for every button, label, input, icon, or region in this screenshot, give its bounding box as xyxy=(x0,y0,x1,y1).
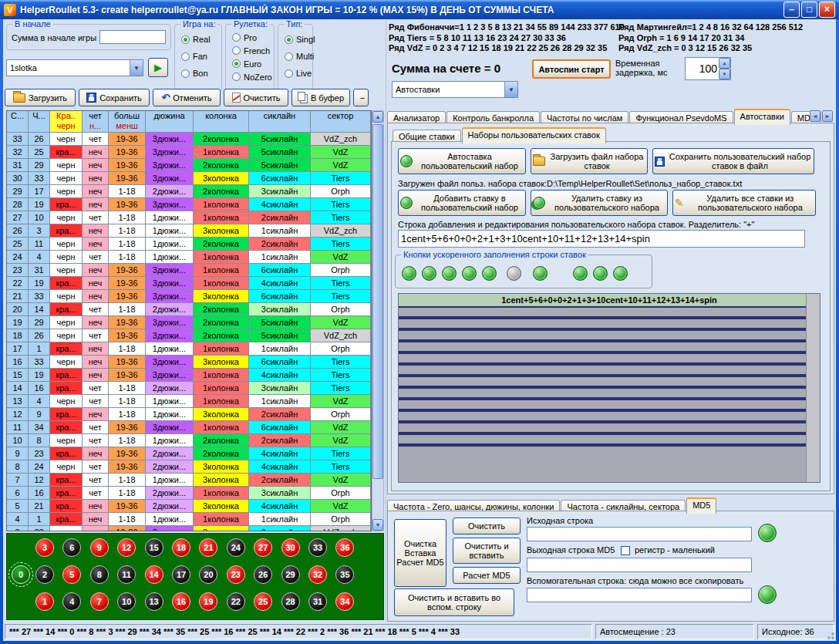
roulette-number-8[interactable]: 8 xyxy=(90,565,109,584)
start-sum-input[interactable] xyxy=(99,30,166,44)
undo-button[interactable]: ↶Отменить xyxy=(153,89,221,106)
radio-icon[interactable] xyxy=(285,69,293,78)
radio-icon[interactable] xyxy=(232,33,241,42)
radio-option-bon[interactable]: Bon xyxy=(175,65,221,82)
roulette-number-6[interactable]: 6 xyxy=(62,538,81,557)
spin-up-icon[interactable]: ▲ xyxy=(719,58,730,69)
roulette-number-2[interactable]: 2 xyxy=(35,565,54,584)
roulette-number-21[interactable]: 21 xyxy=(199,538,217,557)
history-row[interactable]: 3326чернчет19-363дюжи...2колонка5сиклайн… xyxy=(7,133,371,146)
history-row[interactable]: 2014кра...чет1-182дюжи...2колонка3сиклай… xyxy=(7,303,371,316)
radio-option-live[interactable]: Live xyxy=(278,65,312,82)
roulette-number-23[interactable]: 23 xyxy=(227,565,245,584)
header-cell[interactable]: сектор xyxy=(311,111,371,133)
roulette-number-27[interactable]: 27 xyxy=(254,538,272,557)
button-добавить-ставку[interactable]: Добавить ставку в пользовательский набор xyxy=(398,190,526,216)
history-row[interactable]: 2331черннеч19-363дюжи...1колонка6сиклайн… xyxy=(7,264,371,277)
radio-icon[interactable] xyxy=(232,59,241,68)
radio-option-nozero[interactable]: NoZero xyxy=(226,70,274,83)
radio-icon[interactable] xyxy=(232,46,241,55)
history-row[interactable]: 1826чернчет19-363дюжи...2колонка5сиклайн… xyxy=(7,329,371,342)
bets-list-scroll-strip[interactable] xyxy=(806,294,820,482)
history-row[interactable]: 712кра...чет1-181дюжи...3колонка2сиклайн… xyxy=(7,474,371,487)
chevron-down-icon[interactable]: ▼ xyxy=(504,82,517,97)
roulette-number-28[interactable]: 28 xyxy=(281,592,300,611)
autospin-start-button[interactable]: Автоспин старт xyxy=(532,59,611,79)
history-row[interactable]: 616кра...чет1-182дюжи...1колонка3сиклайн… xyxy=(7,487,371,500)
bets-list-row[interactable] xyxy=(399,435,820,447)
tab-scroll-right-icon[interactable]: ► xyxy=(822,110,833,122)
tab-автоставки[interactable]: Автоставки xyxy=(734,109,790,125)
history-row[interactable]: 2133черннеч19-363дюжи...3колонка6сиклайн… xyxy=(7,290,371,303)
roulette-number-1[interactable]: 1 xyxy=(35,592,54,611)
bets-list-header[interactable]: 1cent+5+6+0+0+2+1+3+10cent+10+11+12+13+1… xyxy=(399,294,820,308)
roulette-number-32[interactable]: 32 xyxy=(308,565,327,584)
radio-icon[interactable] xyxy=(285,35,293,44)
roulette-number-18[interactable]: 18 xyxy=(172,538,190,557)
history-row[interactable]: 41кра...неч1-181дюжи...1колонка1сиклайнO… xyxy=(7,513,371,526)
coin-button[interactable] xyxy=(573,266,588,281)
history-row[interactable]: 521кра...неч19-362дюжи...3колонка4сиклай… xyxy=(7,500,371,513)
roulette-number-35[interactable]: 35 xyxy=(335,565,354,584)
roulette-number-30[interactable]: 30 xyxy=(281,538,300,557)
history-row[interactable]: 333черннеч19-363дюжи...3колонка6сиклайнV… xyxy=(7,526,371,531)
autobets-combo[interactable]: Автоставки ▼ xyxy=(392,81,518,98)
radio-option-fan[interactable]: Fan xyxy=(175,48,221,65)
coin-button[interactable] xyxy=(613,266,628,281)
button-автоставка-пользовательский[interactable]: Автоставка пользовательский набор xyxy=(398,148,526,174)
roulette-number-4[interactable]: 4 xyxy=(62,592,81,611)
restore-button[interactable]: □ xyxy=(801,2,817,18)
radio-option-euro[interactable]: Euro xyxy=(226,57,274,70)
md5-clear-and-paste-button[interactable]: Очистить и вставить xyxy=(453,538,521,564)
history-row[interactable]: 134чернчет1-181дюжи...1колонка1сиклайнVd… xyxy=(7,395,371,408)
roulette-number-22[interactable]: 22 xyxy=(227,592,245,611)
radio-icon[interactable] xyxy=(181,35,190,44)
roulette-number-13[interactable]: 13 xyxy=(145,592,163,611)
clear-paste-aux-button[interactable]: Очистить и вставить во вспом. строку xyxy=(394,588,514,616)
roulette-number-29[interactable]: 29 xyxy=(281,565,300,584)
scrollbar-thumb[interactable] xyxy=(372,124,383,479)
scroll-down-icon[interactable]: ▼ xyxy=(372,519,383,531)
coin-button[interactable] xyxy=(422,266,436,281)
roulette-number-5[interactable]: 5 xyxy=(62,565,81,584)
header-cell[interactable]: сиклайн xyxy=(249,111,311,133)
button-удалить-ставку[interactable]: Удалить ставку из пользовательского набо… xyxy=(531,190,668,216)
button-загрузить-файл[interactable]: Загрузить файл набора ставок xyxy=(531,148,648,174)
md5-aux-input[interactable] xyxy=(527,588,752,602)
history-row[interactable]: 923кра...неч19-362дюжи...2колонка4сиклай… xyxy=(7,447,371,460)
bets-list-row[interactable] xyxy=(399,423,820,435)
clear-button[interactable]: Очистить xyxy=(224,89,288,106)
roulette-number-12[interactable]: 12 xyxy=(117,538,136,557)
coin-button[interactable] xyxy=(593,266,608,281)
md5-clear-paste-calc-button[interactable]: Очистка Вставка Расчет MD5 xyxy=(394,519,446,587)
radio-option-real[interactable]: Real xyxy=(175,31,221,48)
history-row[interactable]: 263кра...неч1-181дюжи...3колонка1сиклайн… xyxy=(7,224,371,238)
history-row[interactable]: 2710чернчет1-181дюжи...1колонка2сиклайнT… xyxy=(7,211,371,224)
button-сохранить-пользовательский[interactable]: Сохранить пользовательский набор ставок … xyxy=(652,148,814,174)
coin-button[interactable] xyxy=(462,266,477,281)
history-row[interactable]: 1416кра...чет1-182дюжи...1колонка3сиклай… xyxy=(7,382,371,395)
save-button[interactable]: Сохранить xyxy=(79,89,150,106)
header-cell[interactable]: дюжина xyxy=(146,111,194,133)
roulette-number-24[interactable]: 24 xyxy=(227,538,245,557)
radio-option-singl[interactable]: Singl xyxy=(278,31,312,48)
bets-list-row[interactable] xyxy=(399,389,820,400)
history-table[interactable]: С...Ч...Кра..чернчетн...большменшдюжинак… xyxy=(6,110,372,531)
roulette-number-34[interactable]: 34 xyxy=(335,592,354,611)
md5-source-action-button[interactable] xyxy=(758,524,777,542)
tab-md5[interactable]: MD5 xyxy=(686,497,716,514)
roulette-number-17[interactable]: 17 xyxy=(172,565,190,584)
roulette-number-9[interactable]: 9 xyxy=(90,538,109,557)
md5-clear-button[interactable]: Очистить xyxy=(453,518,521,534)
roulette-number-10[interactable]: 10 xyxy=(117,592,136,611)
coin-button[interactable] xyxy=(533,266,548,281)
history-row[interactable]: 2511черннеч1-181дюжи...2колонка2сиклайнT… xyxy=(7,238,371,251)
bets-list-row[interactable] xyxy=(399,412,820,423)
spin-down-icon[interactable]: ▼ xyxy=(719,69,730,79)
radio-icon[interactable] xyxy=(181,52,190,61)
header-cell[interactable]: С... xyxy=(7,111,29,133)
history-row[interactable]: 3225кра...неч19-363дюжи...1колонка5сикла… xyxy=(7,146,371,159)
minimize-button[interactable]: – xyxy=(783,2,800,18)
radio-icon[interactable] xyxy=(181,69,190,78)
roulette-number-26[interactable]: 26 xyxy=(254,565,272,584)
